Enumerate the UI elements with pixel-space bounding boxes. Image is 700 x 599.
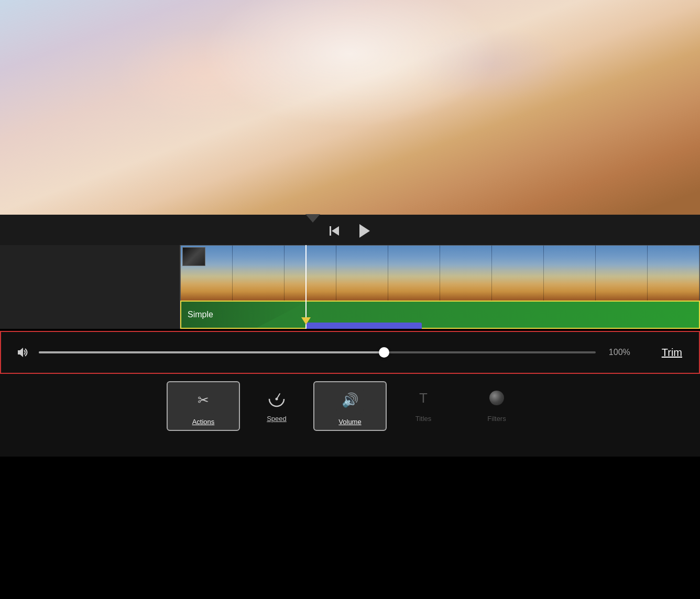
speed-icon-wrap (264, 385, 289, 411)
track-container[interactable]: Recording 1 Simple (0, 245, 700, 329)
scissors-icon (198, 392, 209, 408)
actions-label: Actions (192, 418, 215, 426)
speaker-icon (16, 345, 30, 360)
svg-rect-0 (330, 226, 331, 236)
playback-controls (0, 215, 700, 245)
svg-point-6 (276, 398, 278, 401)
audio-clip[interactable]: Recording 1 (305, 323, 422, 329)
volume-value: 100% (604, 348, 630, 357)
bottom-toolbar: Actions Speed Volume Titles Filte (0, 374, 700, 457)
volume-panel: 100% Trim (0, 331, 700, 374)
volume-speaker-icon (16, 345, 30, 360)
play-button[interactable] (355, 222, 373, 240)
preview-background (0, 0, 700, 215)
volume-label: Volume (338, 418, 361, 426)
speedometer-icon (267, 389, 286, 407)
volume-icon (342, 392, 358, 408)
volume-slider[interactable] (39, 351, 596, 353)
filters-label: Filters (487, 415, 506, 423)
toolbar-item-speed[interactable]: Speed (240, 381, 313, 427)
volume-slider-thumb[interactable] (379, 347, 389, 358)
filters-icon (489, 391, 504, 405)
volume-slider-fill (39, 351, 384, 353)
title-track[interactable]: Simple (180, 301, 700, 329)
play-icon (355, 222, 373, 240)
speed-label: Speed (267, 415, 287, 423)
video-preview (0, 0, 700, 215)
titles-icon-wrap (411, 385, 436, 411)
toolbar-item-actions[interactable]: Actions (167, 381, 240, 431)
volume-controls: 100% (1, 345, 645, 360)
timeline-area: Recording 1 Simple (0, 215, 700, 329)
skip-to-start-button[interactable] (327, 224, 342, 238)
title-icon (419, 390, 428, 406)
toolbar-item-filters[interactable]: Filters (460, 381, 533, 427)
svg-marker-2 (359, 224, 370, 238)
playhead-line (305, 245, 307, 329)
toolbar-item-volume[interactable]: Volume (313, 381, 387, 431)
trim-button[interactable]: Trim (645, 347, 699, 359)
playhead-top-indicator (305, 214, 320, 223)
skip-start-icon (327, 224, 342, 238)
title-track-label: Simple (188, 310, 213, 319)
svg-marker-1 (332, 226, 339, 236)
first-frame-thumbnail (182, 247, 205, 266)
playhead-bottom-indicator (301, 317, 311, 325)
toolbar-item-titles[interactable]: Titles (387, 381, 460, 427)
actions-icon-wrap (190, 386, 217, 414)
filters-icon-wrap (484, 385, 509, 411)
svg-marker-3 (18, 348, 23, 357)
titles-label: Titles (415, 415, 432, 423)
volume-icon-wrap (336, 386, 364, 414)
track-controls-panel (0, 245, 180, 329)
